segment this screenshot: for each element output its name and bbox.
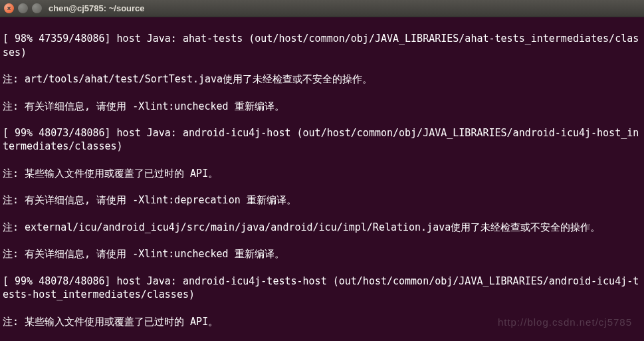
window-title: chen@cj5785: ~/source xyxy=(49,3,145,15)
output-line: [ 99% 48073/48086] host Java: android-ic… xyxy=(3,126,641,154)
output-line: 注: external/icu/android_icu4j/src/main/j… xyxy=(3,221,641,234)
output-line: 注: 有关详细信息, 请使用 -Xlint:deprecation 重新编译。 xyxy=(3,193,641,207)
maximize-icon[interactable] xyxy=(32,3,42,13)
output-line: 注: 有关详细信息, 请使用 -Xlint:unchecked 重新编译。 xyxy=(3,247,641,261)
terminal-output[interactable]: [ 98% 47359/48086] host Java: ahat-tests… xyxy=(0,17,644,341)
output-line: 注: art/tools/ahat/test/SortTest.java使用了未… xyxy=(3,72,641,86)
window-titlebar: × chen@cj5785: ~/source xyxy=(0,0,644,17)
minimize-icon[interactable] xyxy=(18,3,28,13)
close-icon[interactable]: × xyxy=(4,3,14,13)
window-controls: × xyxy=(4,3,42,13)
output-line: [ 98% 47359/48086] host Java: ahat-tests… xyxy=(3,32,641,59)
output-line: 注: 有关详细信息, 请使用 -Xlint:unchecked 重新编译。 xyxy=(3,100,641,113)
watermark-text: http://blog.csdn.net/cj5785 xyxy=(498,316,632,329)
output-line: 注: 某些输入文件使用或覆盖了已过时的 API。 xyxy=(3,167,641,180)
output-line: [ 99% 48078/48086] host Java: android-ic… xyxy=(3,275,641,302)
